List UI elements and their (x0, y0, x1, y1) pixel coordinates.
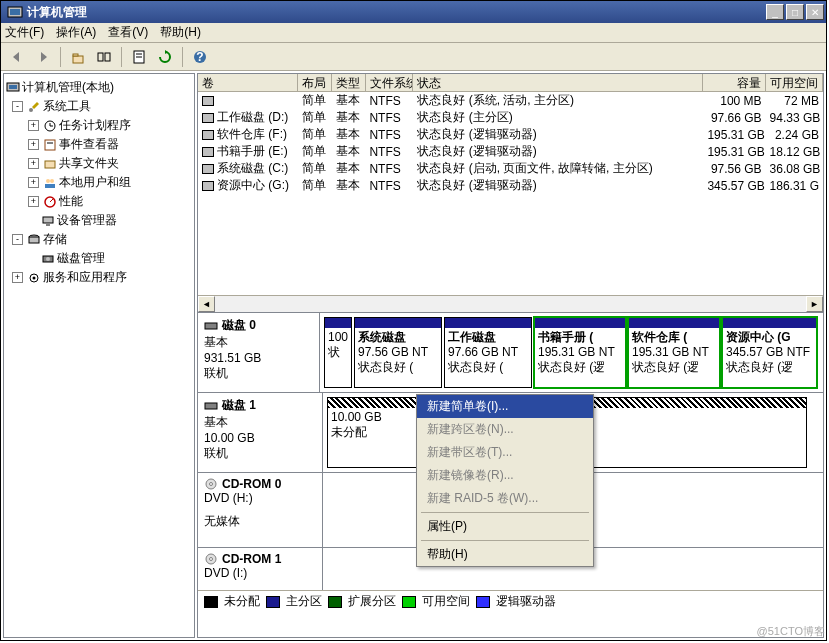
col-status[interactable]: 状态 (413, 74, 703, 91)
window-frame: 计算机管理 _ □ ✕ 文件(F) 操作(A) 查看(V) 帮助(H) ? 计算… (0, 0, 827, 641)
partition-system-reserved[interactable]: 100状 (324, 317, 352, 388)
disk-1-info[interactable]: 磁盘 1 基本 10.00 GB 联机 (198, 393, 323, 472)
tree-perf[interactable]: +性能 (6, 192, 192, 211)
expand-icon[interactable]: + (28, 177, 39, 188)
clock-icon (43, 119, 57, 133)
up-button[interactable] (66, 45, 90, 69)
minimize-button[interactable]: _ (766, 4, 784, 20)
svg-rect-7 (105, 53, 110, 61)
tree-diskmgmt[interactable]: 磁盘管理 (6, 249, 192, 268)
device-icon (41, 214, 55, 228)
tree-systools[interactable]: -系统工具 (6, 97, 192, 116)
disk-icon (204, 399, 218, 413)
folder-icon (43, 157, 57, 171)
svg-rect-28 (43, 217, 53, 223)
tree-storage[interactable]: -存储 (6, 230, 192, 249)
menu-help[interactable]: 帮助(H) (417, 543, 593, 566)
expand-icon[interactable]: + (28, 120, 39, 131)
svg-rect-6 (98, 53, 103, 61)
menu-help[interactable]: 帮助(H) (160, 24, 201, 41)
tree-users[interactable]: +本地用户和组 (6, 173, 192, 192)
legend-logical-swatch (476, 596, 490, 608)
menu-view[interactable]: 查看(V) (108, 24, 148, 41)
users-icon (43, 176, 57, 190)
volume-row[interactable]: 软件仓库 (F:)简单基本NTFS状态良好 (逻辑驱动器)195.31 GB2.… (198, 126, 823, 143)
volume-row[interactable]: 资源中心 (G:)简单基本NTFS状态良好 (逻辑驱动器)345.57 GB18… (198, 177, 823, 194)
menu-action[interactable]: 操作(A) (56, 24, 96, 41)
expand-icon[interactable]: + (12, 272, 23, 283)
menu-new-raid5-volume: 新建 RAID-5 卷(W)... (417, 487, 593, 510)
tree-shared[interactable]: +共享文件夹 (6, 154, 192, 173)
cdrom-0-info[interactable]: CD-ROM 0 DVD (H:) 无媒体 (198, 473, 323, 547)
show-hide-button[interactable] (92, 45, 116, 69)
col-layout[interactable]: 布局 (298, 74, 332, 91)
volume-row[interactable]: 书籍手册 (E:)简单基本NTFS状态良好 (逻辑驱动器)195.31 GB18… (198, 143, 823, 160)
volume-list[interactable]: 卷 布局 类型 文件系统 状态 容量 可用空间 简单基本NTFS状态良好 (系统… (197, 73, 824, 313)
svg-point-33 (46, 257, 50, 261)
expand-icon[interactable]: + (28, 196, 39, 207)
tree-events[interactable]: +事件查看器 (6, 135, 192, 154)
services-icon (27, 271, 41, 285)
tree-devmgr[interactable]: 设备管理器 (6, 211, 192, 230)
titlebar[interactable]: 计算机管理 _ □ ✕ (1, 1, 826, 23)
wrench-icon (27, 100, 41, 114)
partition-g[interactable]: 资源中心 (G345.57 GB NTF状态良好 (逻 (722, 317, 817, 388)
col-fs[interactable]: 文件系统 (366, 74, 414, 91)
tree-services[interactable]: +服务和应用程序 (6, 268, 192, 287)
svg-point-23 (46, 179, 50, 183)
menu-separator (421, 540, 589, 541)
menu-new-simple-volume[interactable]: 新建简单卷(I)... (417, 395, 593, 418)
svg-rect-1 (10, 9, 20, 15)
partition-e[interactable]: 书籍手册 (195.31 GB NT状态良好 (逻 (534, 317, 626, 388)
nav-tree[interactable]: 计算机管理(本地) -系统工具 +任务计划程序 +事件查看器 +共享文件夹 +本… (3, 73, 195, 638)
maximize-button[interactable]: □ (786, 4, 804, 20)
volume-header: 卷 布局 类型 文件系统 状态 容量 可用空间 (198, 74, 823, 92)
refresh-button[interactable] (153, 45, 177, 69)
forward-button[interactable] (31, 45, 55, 69)
legend-primary-swatch (266, 596, 280, 608)
col-type[interactable]: 类型 (332, 74, 366, 91)
collapse-icon[interactable]: - (12, 101, 23, 112)
col-volume[interactable]: 卷 (198, 74, 298, 91)
volume-row[interactable]: 简单基本NTFS状态良好 (系统, 活动, 主分区)100 MB72 MB (198, 92, 823, 109)
tree-task[interactable]: +任务计划程序 (6, 116, 192, 135)
app-icon (7, 4, 23, 20)
menu-properties[interactable]: 属性(P) (417, 515, 593, 538)
back-button[interactable] (5, 45, 29, 69)
partition-c[interactable]: 系统磁盘97.56 GB NT状态良好 ( (354, 317, 442, 388)
expand-icon[interactable]: + (28, 158, 39, 169)
content-area: 计算机管理(本地) -系统工具 +任务计划程序 +事件查看器 +共享文件夹 +本… (1, 71, 826, 640)
svg-point-16 (29, 108, 33, 112)
svg-rect-5 (73, 54, 78, 56)
partition-f[interactable]: 软件仓库 (195.31 GB NT状态良好 (逻 (628, 317, 720, 388)
menu-new-spanned-volume: 新建跨区卷(N)... (417, 418, 593, 441)
menu-new-striped-volume: 新建带区卷(T)... (417, 441, 593, 464)
disk-0-row[interactable]: 磁盘 0 基本 931.51 GB 联机 100状 系统磁盘97.56 GB N… (198, 313, 823, 393)
partition-d[interactable]: 工作磁盘97.66 GB NT状态良好 ( (444, 317, 532, 388)
context-menu[interactable]: 新建简单卷(I)... 新建跨区卷(N)... 新建带区卷(T)... 新建镜像… (416, 394, 594, 567)
volume-row[interactable]: 工作磁盘 (D:)简单基本NTFS状态良好 (主分区)97.66 GB94.33… (198, 109, 823, 126)
svg-point-24 (50, 179, 54, 183)
scroll-right-icon[interactable]: ► (806, 296, 823, 312)
close-button[interactable]: ✕ (806, 4, 824, 20)
properties-button[interactable] (127, 45, 151, 69)
disk-0-info[interactable]: 磁盘 0 基本 931.51 GB 联机 (198, 313, 320, 392)
scroll-left-icon[interactable]: ◄ (198, 296, 215, 312)
watermark: @51CTO博客 (757, 624, 825, 639)
col-capacity[interactable]: 容量 (703, 74, 765, 91)
tree-root[interactable]: 计算机管理(本地) (6, 78, 192, 97)
menu-file[interactable]: 文件(F) (5, 24, 44, 41)
cdrom-1-info[interactable]: CD-ROM 1 DVD (I:) (198, 548, 323, 590)
perf-icon (43, 195, 57, 209)
menubar: 文件(F) 操作(A) 查看(V) 帮助(H) (1, 23, 826, 43)
expand-icon[interactable]: + (28, 139, 39, 150)
help-button[interactable]: ? (188, 45, 212, 69)
svg-rect-29 (46, 224, 50, 226)
legend: 未分配 主分区 扩展分区 可用空间 逻辑驱动器 (198, 590, 823, 612)
collapse-icon[interactable]: - (12, 234, 23, 245)
col-free[interactable]: 可用空间 (766, 74, 823, 91)
h-scrollbar[interactable]: ◄ ► (198, 295, 823, 312)
svg-rect-22 (45, 161, 55, 168)
volume-row[interactable]: 系统磁盘 (C:)简单基本NTFS状态良好 (启动, 页面文件, 故障转储, 主… (198, 160, 823, 177)
svg-line-27 (50, 199, 53, 202)
